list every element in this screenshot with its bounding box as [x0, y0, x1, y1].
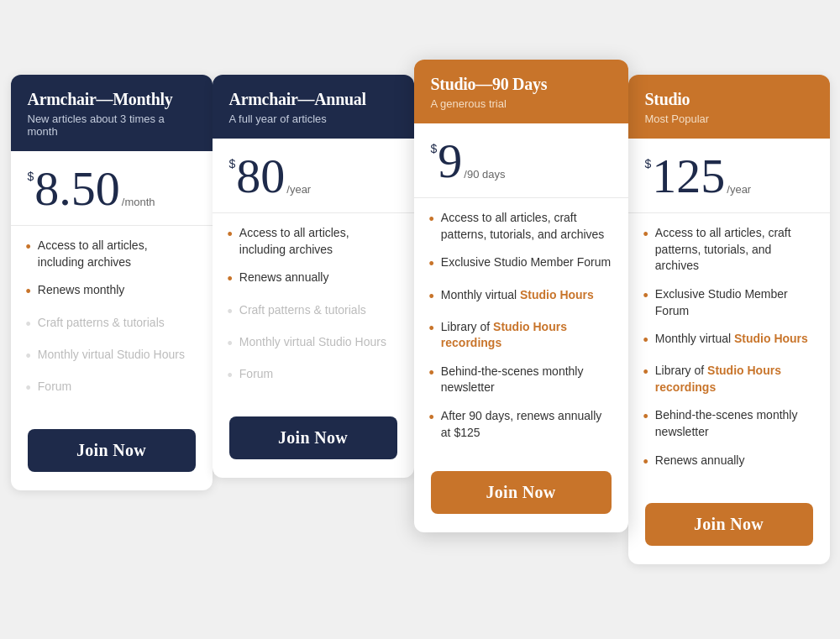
- feature-item: •Access to all articles, craft patterns,…: [643, 225, 815, 275]
- feature-item: •Renews monthly: [26, 282, 197, 302]
- features-armchair-annual: •Access to all articles, including archi…: [213, 213, 414, 406]
- features-studio-trial: •Access to all articles, craft patterns,…: [414, 198, 628, 461]
- card-title-studio-full: Studio: [645, 90, 813, 109]
- price-period: /90 days: [464, 168, 505, 181]
- feature-text: Renews monthly: [38, 282, 125, 299]
- card-subtitle-studio-full: Most Popular: [645, 113, 813, 125]
- feature-item: •Access to all articles, craft patterns,…: [429, 210, 613, 243]
- feature-item: •Forum: [228, 366, 399, 386]
- feature-text: Craft patterns & tutorials: [38, 315, 165, 332]
- feature-item: •Craft patterns & tutorials: [228, 302, 399, 322]
- feature-text: Library of Studio Hours recordings: [655, 363, 815, 395]
- pricing-container: Armchair—MonthlyNew articles about 3 tim…: [0, 41, 840, 598]
- card-title-armchair-annual: Armchair—Annual: [229, 90, 397, 109]
- card-header-armchair-annual: Armchair—AnnualA full year of articles: [213, 75, 414, 139]
- card-title-armchair-monthly: Armchair—Monthly: [28, 90, 196, 109]
- feature-text: Access to all articles, craft patterns, …: [655, 225, 815, 275]
- card-header-studio-trial: Studio—90 DaysA generous trial: [414, 60, 628, 123]
- bullet-icon: •: [228, 224, 233, 245]
- bullet-icon: •: [429, 363, 434, 384]
- feature-item: •Monthly virtual Studio Hours: [228, 334, 399, 354]
- bullet-icon: •: [228, 365, 233, 386]
- feature-item: •Monthly virtual Studio Hours: [643, 331, 815, 351]
- price-amount: 9: [438, 137, 462, 186]
- feature-item: •Behind-the-scenes monthly newsletter: [429, 364, 613, 396]
- feature-text: Forum: [239, 366, 273, 383]
- feature-item: •Exclusive Studio Member Forum: [429, 254, 613, 275]
- bullet-icon: •: [26, 237, 31, 258]
- feature-text: Access to all articles, including archiv…: [38, 238, 197, 270]
- join-now-button-studio-trial[interactable]: Join Now: [431, 471, 612, 514]
- bullet-icon: •: [26, 346, 31, 367]
- bullet-icon: •: [26, 314, 31, 335]
- features-armchair-monthly: •Access to all articles, including archi…: [11, 226, 213, 419]
- join-now-button-studio-full[interactable]: Join Now: [645, 503, 813, 546]
- feature-item: •Behind-the-scenes monthly newsletter: [643, 407, 815, 440]
- feature-item: •Exclusive Studio Member Forum: [643, 286, 815, 319]
- card-subtitle-armchair-annual: A full year of articles: [229, 113, 397, 125]
- bullet-icon: •: [228, 269, 233, 290]
- price-period: /year: [727, 183, 751, 196]
- feature-item: •Library of Studio Hours recordings: [429, 319, 613, 352]
- join-now-button-armchair-annual[interactable]: Join Now: [229, 416, 397, 459]
- feature-item: •Renews annually: [228, 270, 399, 290]
- bullet-icon: •: [643, 406, 648, 427]
- price-dollar-sign: $: [229, 157, 236, 170]
- price-period: /month: [122, 196, 155, 208]
- bullet-icon: •: [429, 209, 434, 230]
- btn-section-armchair-monthly: Join Now: [11, 419, 213, 490]
- bullet-icon: •: [643, 362, 648, 383]
- card-studio-trial: Studio—90 DaysA generous trial$9/90 days…: [414, 60, 628, 532]
- btn-section-studio-full: Join Now: [628, 493, 830, 564]
- join-now-button-armchair-monthly[interactable]: Join Now: [28, 429, 196, 472]
- feature-text: Access to all articles, including archiv…: [239, 225, 399, 258]
- feature-text: Forum: [38, 379, 71, 395]
- feature-item: •Access to all articles, including archi…: [26, 238, 197, 270]
- card-studio-full: StudioMost Popular$125/year•Access to al…: [628, 75, 830, 564]
- card-subtitle-studio-trial: A generous trial: [431, 97, 612, 110]
- feature-text: Monthly virtual Studio Hours: [441, 287, 594, 304]
- feature-text: Renews annually: [239, 270, 329, 286]
- price-section-studio-full: $125/year: [628, 139, 830, 213]
- feature-text: Library of Studio Hours recordings: [441, 319, 613, 352]
- card-title-studio-trial: Studio—90 Days: [431, 75, 612, 94]
- card-header-studio-full: StudioMost Popular: [628, 75, 830, 139]
- bullet-icon: •: [26, 281, 31, 302]
- bullet-icon: •: [429, 254, 434, 275]
- feature-text: Monthly virtual Studio Hours: [38, 347, 185, 364]
- price-amount: 125: [652, 152, 725, 201]
- price-section-armchair-annual: $80/year: [213, 139, 414, 213]
- price-amount: 80: [236, 152, 285, 201]
- bullet-icon: •: [228, 301, 233, 322]
- bullet-icon: •: [643, 452, 648, 473]
- feature-text: Behind-the-scenes monthly newsletter: [441, 364, 613, 396]
- feature-item: •Monthly virtual Studio Hours: [429, 287, 613, 307]
- feature-item: •Monthly virtual Studio Hours: [26, 347, 197, 367]
- feature-text: Behind-the-scenes monthly newsletter: [655, 407, 815, 440]
- feature-item: •Renews annually: [643, 453, 815, 473]
- feature-text: Monthly virtual Studio Hours: [239, 334, 386, 351]
- feature-text: Exclusive Studio Member Forum: [655, 286, 815, 319]
- feature-item: •Forum: [26, 379, 197, 399]
- feature-text: Access to all articles, craft patterns, …: [441, 210, 613, 243]
- price-dollar-sign: $: [645, 157, 652, 170]
- feature-text: Craft patterns & tutorials: [239, 302, 366, 319]
- bullet-icon: •: [429, 286, 434, 307]
- feature-text: Renews annually: [655, 453, 745, 469]
- price-section-armchair-monthly: $8.50/month: [11, 151, 213, 226]
- feature-item: •After 90 days, renews annually at $125: [429, 408, 613, 441]
- feature-item: •Access to all articles, including archi…: [228, 225, 399, 258]
- price-period: /year: [286, 183, 311, 196]
- bullet-icon: •: [228, 333, 233, 354]
- card-header-armchair-monthly: Armchair—MonthlyNew articles about 3 tim…: [11, 75, 213, 151]
- feature-item: •Library of Studio Hours recordings: [643, 363, 815, 395]
- price-dollar-sign: $: [28, 170, 34, 183]
- bullet-icon: •: [26, 378, 31, 399]
- btn-section-armchair-annual: Join Now: [213, 406, 414, 478]
- price-amount: 8.50: [34, 165, 120, 213]
- bullet-icon: •: [643, 224, 648, 245]
- bullet-icon: •: [429, 318, 434, 339]
- btn-section-studio-trial: Join Now: [414, 461, 628, 532]
- bullet-icon: •: [643, 330, 648, 351]
- price-section-studio-trial: $9/90 days: [414, 123, 628, 198]
